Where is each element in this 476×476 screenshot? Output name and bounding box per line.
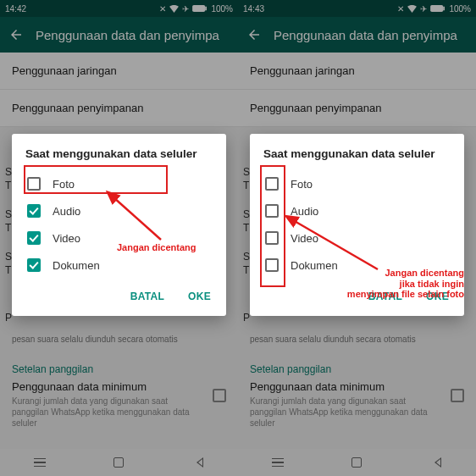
checkbox-video[interactable] bbox=[27, 231, 41, 245]
airplane-icon: ✈ bbox=[182, 4, 189, 14]
option-label: Audio bbox=[53, 205, 80, 218]
dialog-title: Saat menggunakan data seluler bbox=[263, 147, 451, 160]
nav-recent-icon[interactable] bbox=[33, 456, 47, 469]
peek-text: S bbox=[243, 208, 250, 220]
min-data-setting[interactable]: Penggunaan data minimum Kurangi jumlah d… bbox=[238, 377, 476, 440]
option-label: Video bbox=[53, 232, 80, 245]
appbar-title: Penggunaan data dan penyimpa bbox=[36, 28, 219, 42]
min-data-checkbox[interactable] bbox=[213, 389, 226, 402]
nav-back-icon[interactable] bbox=[191, 456, 205, 469]
option-label: Foto bbox=[53, 178, 75, 191]
svg-rect-4 bbox=[444, 7, 446, 10]
min-data-desc: Kurangi jumlah data yang digunakan saat … bbox=[12, 396, 226, 429]
svg-rect-0 bbox=[193, 5, 206, 12]
back-icon[interactable] bbox=[8, 27, 24, 42]
peek-text: T bbox=[243, 222, 249, 234]
wifi-icon bbox=[169, 5, 179, 13]
option-label: Foto bbox=[291, 178, 313, 191]
peek-text: P bbox=[243, 312, 250, 324]
nav-back-icon[interactable] bbox=[429, 456, 443, 469]
checkbox-audio[interactable] bbox=[265, 204, 279, 218]
ok-button[interactable]: OKE bbox=[424, 285, 451, 307]
dialog-title: Saat menggunakan data seluler bbox=[25, 147, 213, 160]
battery-icon bbox=[192, 5, 208, 12]
status-bar: 14:42 ✕ ✈ 100% bbox=[0, 0, 238, 17]
vibrate-icon: ✕ bbox=[159, 4, 166, 14]
auto-download-note: pesan suara selalu diunduh secara otomat… bbox=[238, 329, 476, 353]
svg-rect-1 bbox=[206, 7, 208, 10]
checkbox-foto[interactable] bbox=[27, 177, 41, 191]
call-settings-header: Setelan panggilan bbox=[238, 353, 476, 377]
vibrate-icon: ✕ bbox=[397, 4, 404, 14]
option-video[interactable]: Video bbox=[25, 224, 213, 252]
peek-text: S bbox=[5, 251, 12, 263]
cellular-data-dialog: Saat menggunakan data seluler Foto Audio… bbox=[12, 134, 226, 316]
min-data-checkbox[interactable] bbox=[451, 389, 464, 402]
peek-text: T bbox=[243, 264, 249, 276]
option-label: Dokumen bbox=[291, 259, 338, 272]
battery-pct: 100% bbox=[449, 4, 471, 14]
min-data-desc: Kurangi jumlah data yang digunakan saat … bbox=[250, 396, 464, 429]
settings-list: Penggunaan jaringan Penggunaan penyimpan… bbox=[238, 53, 476, 127]
list-item-network-usage[interactable]: Penggunaan jaringan bbox=[238, 53, 476, 90]
call-settings-header: Setelan panggilan bbox=[0, 353, 238, 377]
option-foto[interactable]: Foto bbox=[263, 170, 451, 197]
screen-right: 14:43 ✕ ✈ 100% Penggunaan data dan penyi… bbox=[238, 0, 476, 476]
peek-text: S bbox=[5, 166, 12, 178]
checkbox-foto[interactable] bbox=[265, 177, 279, 191]
option-video[interactable]: Video bbox=[263, 224, 451, 252]
option-audio[interactable]: Audio bbox=[263, 197, 451, 224]
status-bar: 14:43 ✕ ✈ 100% bbox=[238, 0, 476, 17]
android-nav-bar bbox=[238, 449, 476, 476]
status-time: 14:43 bbox=[243, 4, 264, 14]
list-item-storage-usage[interactable]: Penggunaan penyimpanan bbox=[0, 90, 238, 127]
settings-list: Penggunaan jaringan Penggunaan penyimpan… bbox=[0, 53, 238, 127]
checkbox-dokumen[interactable] bbox=[27, 258, 41, 272]
nav-recent-icon[interactable] bbox=[271, 456, 285, 469]
min-data-setting[interactable]: Penggunaan data minimum Kurangi jumlah d… bbox=[0, 377, 238, 440]
list-item-network-usage[interactable]: Penggunaan jaringan bbox=[0, 53, 238, 90]
nav-home-icon[interactable] bbox=[350, 456, 363, 469]
app-bar: Penggunaan data dan penyimpa bbox=[238, 17, 476, 53]
min-data-title: Penggunaan data minimum bbox=[12, 380, 226, 393]
nav-home-icon[interactable] bbox=[112, 456, 125, 469]
airplane-icon: ✈ bbox=[420, 4, 427, 14]
option-audio[interactable]: Audio bbox=[25, 197, 213, 224]
cellular-data-dialog: Saat menggunakan data seluler Foto Audio… bbox=[250, 134, 464, 316]
option-label: Audio bbox=[291, 205, 318, 218]
battery-icon bbox=[430, 5, 446, 12]
peek-text: T bbox=[5, 180, 11, 191]
screen-left: 14:42 ✕ ✈ 100% Penggunaan data dan penyi… bbox=[0, 0, 238, 476]
svg-rect-3 bbox=[431, 5, 444, 12]
appbar-title: Penggunaan data dan penyimpa bbox=[274, 28, 457, 42]
checkbox-audio[interactable] bbox=[27, 204, 41, 218]
status-time: 14:42 bbox=[5, 4, 26, 14]
app-bar: Penggunaan data dan penyimpa bbox=[0, 17, 238, 53]
wifi-icon bbox=[407, 5, 417, 13]
ok-button[interactable]: OKE bbox=[186, 285, 213, 307]
back-icon[interactable] bbox=[246, 27, 262, 42]
peek-text: S bbox=[243, 251, 250, 263]
option-label: Video bbox=[291, 232, 318, 245]
min-data-title: Penggunaan data minimum bbox=[250, 380, 464, 393]
peek-text: P bbox=[5, 312, 12, 324]
checkbox-video[interactable] bbox=[265, 231, 279, 245]
cancel-button[interactable]: BATAL bbox=[129, 285, 166, 307]
checkbox-dokumen[interactable] bbox=[265, 258, 279, 272]
peek-text: T bbox=[5, 222, 11, 234]
android-nav-bar bbox=[0, 449, 238, 476]
auto-download-note: pesan suara selalu diunduh secara otomat… bbox=[0, 329, 238, 353]
option-dokumen[interactable]: Dokumen bbox=[25, 252, 213, 279]
peek-text: T bbox=[243, 180, 249, 191]
peek-text: S bbox=[5, 208, 12, 220]
list-item-storage-usage[interactable]: Penggunaan penyimpanan bbox=[238, 90, 476, 127]
battery-pct: 100% bbox=[211, 4, 233, 14]
option-label: Dokumen bbox=[53, 259, 100, 272]
peek-text: T bbox=[5, 264, 11, 276]
option-dokumen[interactable]: Dokumen bbox=[263, 252, 451, 279]
option-foto[interactable]: Foto bbox=[25, 170, 213, 197]
peek-text: S bbox=[243, 166, 250, 178]
cancel-button[interactable]: BATAL bbox=[367, 285, 404, 307]
